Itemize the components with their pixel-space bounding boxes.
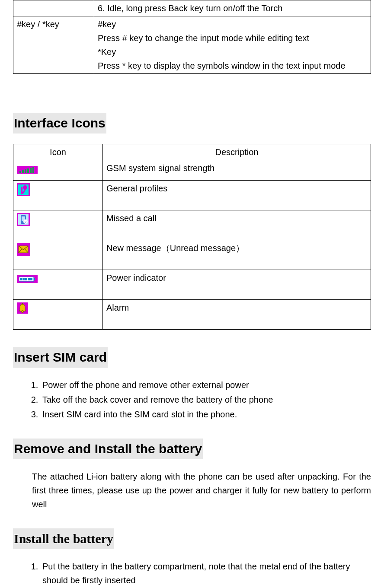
icon-desc-power: Power indicator [103, 270, 371, 299]
missed-call-icon: ? [17, 213, 30, 230]
icon-cell-missed: ? [13, 210, 103, 240]
install-battery-list: Put the battery in the battery compartme… [13, 559, 371, 588]
signal-strength-icon [17, 164, 38, 178]
svg-rect-5 [30, 168, 32, 173]
hash-key-title: #key [98, 17, 367, 31]
list-item: Put the battery in the battery compartme… [41, 559, 371, 587]
list-item: Power off the phone and remove other ext… [41, 378, 371, 392]
svg-rect-25 [28, 278, 30, 280]
star-key-title: *Key [98, 45, 367, 59]
svg-rect-3 [25, 169, 26, 173]
svg-rect-10 [21, 187, 22, 194]
icon-cell-signal [13, 160, 103, 181]
key-cell-hashstar-desc: #key Press # key to change the input mod… [94, 16, 371, 74]
heading-remove-install-battery: Remove and Install the battery [13, 439, 203, 459]
star-key-desc: Press * key to display the symbols windo… [98, 59, 367, 73]
svg-rect-29 [22, 303, 23, 305]
svg-rect-21 [34, 278, 35, 280]
svg-rect-23 [22, 278, 25, 280]
list-item: Take off the back cover and remove the b… [41, 393, 371, 407]
alarm-icon [17, 302, 28, 318]
svg-rect-4 [27, 168, 29, 173]
svg-rect-22 [20, 278, 22, 280]
svg-rect-1 [19, 171, 21, 173]
svg-rect-2 [22, 170, 24, 173]
svg-rect-24 [25, 278, 27, 280]
interface-icons-table: Icon Description GSM system signal stren… [13, 144, 371, 330]
svg-rect-26 [30, 278, 32, 280]
icon-cell-profile [13, 180, 103, 210]
heading-install-battery: Install the battery [13, 528, 114, 549]
list-item: Insert SIM card into the SIM card slot i… [41, 407, 371, 421]
power-indicator-icon [17, 273, 38, 287]
key-cell-blank [13, 0, 94, 16]
icon-desc-profile: General profiles [103, 180, 371, 210]
icon-desc-missed: Missed a call [103, 210, 371, 240]
icon-cell-message [13, 240, 103, 270]
heading-insert-sim: Insert SIM card [13, 347, 108, 368]
svg-text:?: ? [25, 220, 27, 224]
icon-desc-signal: GSM system signal strength [103, 160, 371, 181]
icon-desc-alarm: Alarm [103, 299, 371, 329]
key-functions-table: 6. Idle, long press Back key turn on/off… [13, 0, 371, 74]
hash-key-desc: Press # key to change the input mode whi… [98, 31, 367, 45]
icon-table-header-icon: Icon [13, 144, 103, 160]
key-cell-hashstar-label: #key / *key [13, 16, 94, 74]
icon-desc-message: New message（Unread message） [103, 240, 371, 270]
insert-sim-list: Power off the phone and remove other ext… [13, 378, 371, 421]
icon-cell-power [13, 270, 103, 299]
remove-install-paragraph: The attached Li-ion battery along with t… [32, 470, 371, 511]
icon-cell-alarm [13, 299, 103, 329]
svg-point-9 [23, 185, 27, 190]
svg-rect-6 [32, 167, 34, 173]
key-cell-torch: 6. Idle, long press Back key turn on/off… [94, 0, 371, 16]
heading-interface-icons: Interface Icons [13, 113, 106, 133]
general-profiles-icon [17, 183, 30, 200]
new-message-icon [17, 243, 30, 260]
icon-table-header-desc: Description [103, 144, 371, 160]
svg-point-28 [22, 310, 24, 312]
